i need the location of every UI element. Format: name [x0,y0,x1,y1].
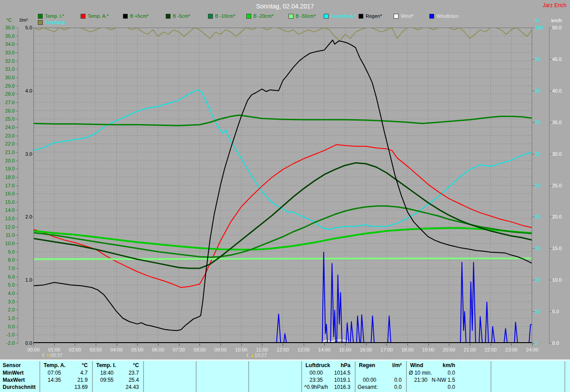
table-cell-avg-value: 0.0 [415,384,455,391]
table-cell-max-value: 1019.1 [310,377,350,384]
legend-item-b_minus20[interactable]: B -20cm* [246,13,273,19]
kmh-axis-tick-50: 50.0 [552,25,568,30]
table-col-header-Wind: Wind [410,362,423,369]
legend-label-temp_a: Temp. A.* [88,13,109,19]
temp-axis-tick-7: 7.0 [1,266,15,271]
temp-tick-mark [16,36,18,36]
percent-tick-mark [532,186,535,186]
kmh-tick-mark [549,28,552,28]
temp-tick-mark [16,227,18,227]
astro-marker-moonrise: ☾▲10:27 [246,352,267,358]
table-separator [92,361,93,392]
hour-tick-mark [449,344,449,346]
kmh-axis-tick-15: 15.0 [552,246,568,251]
x-axis-tick-15: 15:00 [339,347,351,352]
right-kmh-unit-label: km/h [551,18,562,23]
legend-swatch-feuchte [324,14,329,19]
hour-tick-mark [137,344,138,346]
rain-tick-mark [31,28,33,28]
hour-tick-mark [158,344,159,346]
x-axis-tick-20: 20:00 [443,347,456,352]
temp-axis-tick-16: 16.0 [1,191,15,196]
moonset-icon: ☾▼ [42,352,50,358]
legend-label-b_minus10: B -10cm* [215,13,235,19]
percent-tick-mark [532,28,535,28]
legend-item-empfang[interactable]: Empfang [38,20,65,25]
kmh-tick-mark [549,59,552,60]
table-cell-avg-value: 0.0 [362,384,402,391]
temp-tick-mark [16,61,18,61]
table-row-label-maxwert: MaxWert [3,377,25,384]
temp-tick-mark [16,268,18,269]
page-title: Sonntag, 02.04.2017 [0,3,570,10]
legend-item-temp_a[interactable]: Temp. A.* [81,13,109,19]
temp-axis-tick-1: 1.0 [1,315,15,321]
hour-tick-mark [75,344,75,346]
temp-tick-mark [16,127,18,128]
legend-item-b_minus5[interactable]: B -5cm* [166,13,190,19]
legend-item-temp_i[interactable]: Temp. I.* [38,13,64,19]
temp-axis-tick-14: 14.0 [1,207,15,213]
table-cell-avg-value: 24.43 [99,384,139,391]
temp-axis-tick-13: 13.0 [1,216,15,221]
temp-tick-mark [16,285,18,285]
x-axis-tick-11: 11:00 [256,347,268,352]
hour-tick-mark [117,344,117,346]
percent-axis-tick-60: 60 [535,151,548,157]
temp-tick-mark [16,293,18,294]
percent-axis-tick-0: 0 [535,340,548,346]
temp-tick-mark [16,194,18,194]
temp-tick-mark [16,136,18,136]
temp-tick-mark [16,77,18,78]
x-axis-tick-14: 14:00 [318,347,331,352]
table-cell-min-value: 1014.5 [310,370,350,376]
kmh-axis-tick-35: 35.0 [552,120,568,125]
percent-axis-tick-20: 20 [535,277,548,283]
legend-label-b_minus20: B -20cm* [253,13,273,19]
hour-tick-mark [54,344,55,346]
legend-item-feuchte[interactable]: Feuchte A.* [324,13,356,19]
kmh-tick-mark [549,248,552,249]
hour-tick-mark [262,344,262,346]
hour-tick-mark [96,344,96,346]
table-separator [491,361,491,392]
x-axis-tick-1: 01:00 [48,347,61,352]
legend-item-b_minus10[interactable]: B -10cm* [208,13,235,19]
legend-swatch-temp_i [38,14,43,19]
x-axis-tick-16: 16:00 [360,347,372,352]
legend-item-regen[interactable]: Regen* [358,13,382,19]
temp-tick-mark [16,111,18,111]
legend-item-wind[interactable]: Wind* [394,13,414,19]
temp-tick-mark [16,186,18,186]
temp-axis-tick-17: 17.0 [1,183,15,188]
legend-item-windboen[interactable]: Windböen [429,13,459,19]
percent-tick-mark [532,280,535,280]
moonrise-icon: ☾▲ [246,352,254,358]
rain-axis-tick-2: 2.0 [19,214,32,219]
legend-swatch-b_plus5 [123,14,128,19]
legend-item-b_plus5[interactable]: B +5cm* [123,13,149,19]
percent-tick-mark [532,217,535,217]
percent-tick-mark [532,122,535,123]
temp-axis-tick-5: 5.0 [1,282,15,287]
x-axis-tick-12: 12:00 [277,347,289,352]
table-separator [355,361,355,392]
temp-tick-mark [16,53,18,53]
temp-axis-tick-8: 8.0 [1,257,15,263]
temp-axis-tick-35: 35.0 [1,33,15,39]
temp-axis-tick--1: -1.0 [1,332,15,337]
percent-tick-mark [532,311,535,312]
left-temp-unit-label: °C [6,17,12,23]
temp-axis-tick-11: 11.0 [1,232,15,238]
temp-axis-tick-12: 12.0 [1,224,15,230]
hour-tick-mark [407,344,408,346]
temp-tick-mark [16,94,18,94]
rain-axis-tick-4: 4.0 [19,88,32,93]
temp-axis-tick-19: 19.0 [1,166,15,171]
legend-item-b_minus50[interactable]: B -50cm* [289,13,316,19]
legend-label-b_plus5: B +5cm* [130,13,149,19]
table-col-unit: km/h [424,362,455,369]
chart-plot-area [33,28,532,343]
x-axis-tick-8: 08:00 [194,347,206,352]
right-percent-unit-label: % [535,18,539,23]
